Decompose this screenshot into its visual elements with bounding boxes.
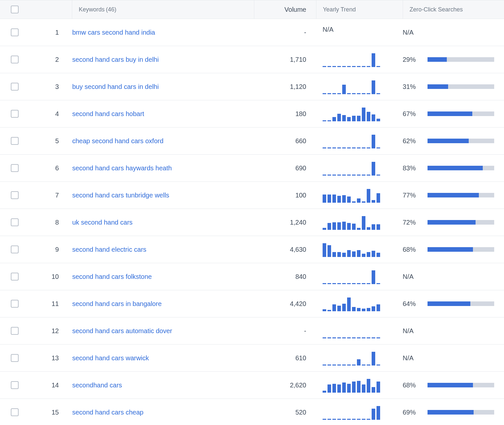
volume-value: - (254, 327, 316, 335)
row-index: 5 (29, 137, 72, 145)
header-zeroclick-label[interactable]: Zero-Click Searches (410, 6, 463, 13)
row-checkbox[interactable] (11, 83, 19, 91)
table-header-row: Keywords (46) Volume Yearly Trend Zero-C… (0, 0, 504, 19)
keyword-link[interactable]: buy second hand cars in delhi (72, 83, 159, 90)
trend-sparkline (323, 269, 390, 284)
row-index: 15 (29, 409, 72, 416)
row-checkbox[interactable] (11, 56, 19, 63)
volume-value: 1,120 (254, 83, 316, 91)
keyword-link[interactable]: second hand cars buy in delhi (72, 56, 159, 63)
table-row: 9second hand electric cars4,63068% (0, 236, 504, 263)
table-row: 14secondhand cars2,62068% (0, 372, 504, 399)
trend-sparkline (323, 52, 390, 67)
row-index: 14 (29, 382, 72, 389)
zeroclick-bar (428, 139, 494, 143)
volume-value: 4,630 (254, 246, 316, 253)
header-volume-label[interactable]: Volume (284, 6, 306, 13)
keyword-link[interactable]: second hand cars automatic dover (72, 327, 172, 334)
trend-sparkline (323, 79, 390, 94)
zeroclick-percent: 83% (403, 164, 421, 172)
table-row: 10second hand cars folkstone840N/A (0, 263, 504, 290)
keyword-link[interactable]: cheap second hand cars oxford (72, 137, 163, 144)
trend-sparkline (323, 188, 390, 203)
table-row: 8uk second hand cars1,24072% (0, 209, 504, 236)
trend-sparkline (323, 350, 390, 366)
volume-value: 660 (254, 137, 316, 145)
keyword-link[interactable]: second hand electric cars (72, 246, 146, 253)
zeroclick-percent: 77% (403, 192, 421, 199)
volume-value: 1,240 (254, 219, 316, 226)
row-index: 11 (29, 300, 72, 308)
trend-sparkline (323, 378, 390, 393)
keyword-link[interactable]: bmw cars second hand india (72, 29, 155, 36)
row-checkbox[interactable] (11, 408, 19, 416)
trend-sparkline (323, 242, 390, 257)
row-checkbox[interactable] (11, 191, 19, 199)
zeroclick-na: N/A (403, 29, 413, 36)
row-checkbox[interactable] (11, 164, 19, 172)
zeroclick-bar (428, 84, 494, 89)
row-checkbox[interactable] (11, 327, 19, 335)
zeroclick-percent: 62% (403, 137, 421, 145)
row-checkbox[interactable] (11, 218, 19, 226)
trend-sparkline (323, 133, 390, 148)
zeroclick-na: N/A (403, 273, 413, 280)
keyword-link[interactable]: second hand cars hobart (72, 110, 144, 117)
volume-value: 610 (254, 354, 316, 362)
zeroclick-percent: 29% (403, 56, 421, 63)
zeroclick-percent: 31% (403, 83, 421, 91)
row-checkbox[interactable] (11, 28, 19, 36)
row-index: 13 (29, 354, 72, 362)
keyword-link[interactable]: uk second hand cars (72, 219, 133, 226)
zeroclick-na: N/A (403, 354, 413, 362)
keywords-table: Keywords (46) Volume Yearly Trend Zero-C… (0, 0, 504, 425)
trend-sparkline (323, 323, 390, 338)
zeroclick-percent: 67% (403, 110, 421, 118)
row-checkbox[interactable] (11, 273, 19, 280)
row-checkbox[interactable] (11, 354, 19, 362)
row-index: 7 (29, 192, 72, 199)
row-checkbox[interactable] (11, 246, 19, 253)
row-index: 2 (29, 56, 72, 63)
row-checkbox[interactable] (11, 381, 19, 389)
volume-value: 1,710 (254, 56, 316, 63)
volume-value: 520 (254, 409, 316, 416)
table-row: 3buy second hand cars in delhi1,12031% (0, 73, 504, 100)
table-row: 7second hand cars tunbridge wells10077% (0, 182, 504, 209)
table-row: 4second hand cars hobart18067% (0, 100, 504, 128)
zeroclick-percent: 69% (403, 409, 421, 416)
zeroclick-bar (428, 383, 494, 387)
trend-na: N/A (323, 26, 403, 39)
keyword-link[interactable]: second hand cars in bangalore (72, 300, 162, 307)
zeroclick-percent: 68% (403, 382, 421, 389)
keyword-link[interactable]: second hand cars haywards heath (72, 164, 172, 172)
header-keywords-label[interactable]: Keywords (79, 6, 105, 13)
row-checkbox[interactable] (11, 137, 19, 145)
row-index: 8 (29, 219, 72, 226)
keyword-link[interactable]: second hand cars warwick (72, 354, 149, 362)
zeroclick-percent: 68% (403, 246, 421, 253)
table-row: 1bmw cars second hand india-N/AN/A (0, 19, 504, 46)
keyword-link[interactable]: second hand cars folkstone (72, 273, 152, 280)
trend-sparkline (323, 215, 390, 230)
zeroclick-bar (428, 220, 494, 225)
keyword-link[interactable]: second hand cars tunbridge wells (72, 192, 169, 199)
keyword-link[interactable]: second hand cars cheap (72, 409, 143, 416)
header-trend-label[interactable]: Yearly Trend (323, 6, 356, 13)
zeroclick-bar (428, 301, 494, 306)
row-checkbox[interactable] (11, 300, 19, 308)
zeroclick-percent: 72% (403, 219, 421, 226)
keyword-link[interactable]: secondhand cars (72, 382, 122, 389)
table-row: 13second hand cars warwick610N/A (0, 345, 504, 372)
trend-sparkline (323, 405, 390, 420)
row-checkbox[interactable] (11, 110, 19, 118)
select-all-checkbox[interactable] (11, 6, 19, 13)
table-row: 2second hand cars buy in delhi1,71029% (0, 46, 504, 73)
zeroclick-bar (428, 410, 494, 415)
row-index: 4 (29, 110, 72, 118)
zeroclick-bar (428, 57, 494, 62)
row-index: 1 (29, 29, 72, 36)
table-row: 11second hand cars in bangalore4,42064% (0, 290, 504, 317)
row-index: 12 (29, 327, 72, 335)
zeroclick-na: N/A (403, 327, 413, 335)
